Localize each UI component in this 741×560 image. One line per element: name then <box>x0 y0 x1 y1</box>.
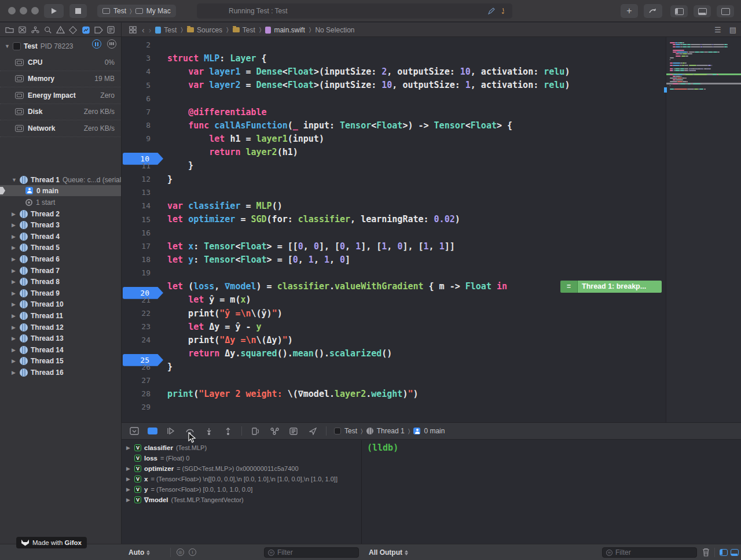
code-line-15[interactable]: 15let optimizer = SGD(for: classifier, l… <box>122 213 666 226</box>
back-button[interactable]: ‹ <box>142 25 145 35</box>
thread-row-thread-5[interactable]: ▶ Thread 5 <box>0 242 122 253</box>
disclosure-triangle-icon[interactable]: ▶ <box>12 234 17 240</box>
disclosure-triangle-icon[interactable]: ▶ <box>12 336 17 341</box>
stack-frame-1-start[interactable]: 1 start <box>0 197 122 208</box>
thread-row-thread-15[interactable]: ▶ Thread 15 <box>0 356 122 367</box>
step-into-button[interactable] <box>203 426 215 436</box>
gauge-row-energy-impact[interactable]: Energy Impact Zero <box>0 87 122 104</box>
environment-overrides-button[interactable] <box>288 426 299 436</box>
thread-row-thread-7[interactable]: ▶ Thread 7 <box>0 265 122 276</box>
line-number-gutter[interactable]: 9 <box>122 134 152 143</box>
thread-1-row[interactable]: ▼ Thread 1 Queue: c...d (serial) <box>0 174 122 185</box>
stack-frame-0-main[interactable]: 0 main <box>0 185 122 196</box>
code-line-9[interactable]: 9 let h1 = layer1(input) <box>122 132 666 145</box>
line-number-gutter[interactable]: 13 <box>122 188 152 197</box>
thread-row-thread-8[interactable]: ▶ Thread 8 <box>0 277 122 288</box>
crumb-frame[interactable]: 0 main <box>424 427 445 435</box>
disclosure-triangle-icon[interactable]: ▶ <box>126 466 131 471</box>
code-line-12[interactable]: 12} <box>122 172 666 186</box>
continue-button[interactable] <box>165 426 177 436</box>
disclosure-triangle-icon[interactable]: ▶ <box>126 487 131 492</box>
disclosure-triangle-icon[interactable]: ▶ <box>12 268 17 274</box>
thread-row-thread-13[interactable]: ▶ Thread 13 <box>0 333 122 344</box>
toggle-inspectors-button[interactable] <box>717 5 734 17</box>
breadcrumb-sources[interactable]: Sources <box>187 26 222 34</box>
forward-button[interactable]: › <box>149 25 152 35</box>
variables-scope-selector[interactable]: Auto <box>129 548 150 557</box>
toggle-variables-view-button[interactable] <box>720 549 728 556</box>
line-number-gutter[interactable]: 15 <box>122 215 152 224</box>
symbol-navigator-icon[interactable] <box>30 25 41 35</box>
line-number-gutter[interactable]: 17 <box>122 242 152 250</box>
line-number-gutter[interactable]: 14 <box>122 201 152 210</box>
toggle-console-view-button[interactable] <box>731 549 739 556</box>
code-line-3[interactable]: 3struct MLP: Layer { <box>122 51 666 65</box>
disclosure-triangle-icon[interactable]: ▶ <box>126 497 131 503</box>
run-button[interactable] <box>44 4 64 18</box>
pause-process-icon[interactable] <box>92 39 101 49</box>
disclosure-triangle-icon[interactable]: ▶ <box>12 313 17 319</box>
minimap[interactable] <box>666 37 741 422</box>
thread-row-thread-9[interactable]: ▶ Thread 9 <box>0 288 122 299</box>
process-row[interactable]: ▼ Test PID 78223 <box>0 40 122 52</box>
hide-debug-area-button[interactable] <box>129 426 140 436</box>
line-number-gutter[interactable]: 11 <box>122 161 152 170</box>
code-line-29[interactable]: 29 <box>122 400 666 414</box>
variable-row-4[interactable]: ▶ V x = (Tensor<Float>) \n[[0.0, 0.0],\n… <box>122 474 362 484</box>
disclosure-triangle-icon[interactable]: ▶ <box>12 358 17 364</box>
breakpoint-navigator-icon[interactable] <box>93 25 104 35</box>
code-line-21[interactable]: 21 let ŷ = m(x) <box>122 293 666 307</box>
code-line-22[interactable]: 22 print("ŷ =\n\(ŷ)") <box>122 307 666 320</box>
line-number-gutter[interactable]: 27 <box>122 376 152 385</box>
line-number-gutter[interactable]: 22 <box>122 309 152 318</box>
code-line-24[interactable]: 24 print("Δy =\n\(Δy)") <box>122 333 666 347</box>
thread-row-thread-16[interactable]: ▶ Thread 16 <box>0 367 122 378</box>
line-number-gutter[interactable]: 23 <box>122 322 152 331</box>
code-line-10[interactable]: 10 return layer2(h1) <box>122 146 666 159</box>
disclosure-triangle-icon[interactable]: ▶ <box>12 245 17 250</box>
variable-row-1[interactable]: ▶ V classifier (Test.MLP) <box>122 443 362 453</box>
variables-filter-input[interactable]: Filter <box>264 547 359 558</box>
code-line-16[interactable]: 16 <box>122 226 666 240</box>
disclosure-triangle-icon[interactable]: ▶ <box>12 347 17 353</box>
line-number-gutter[interactable]: 21 <box>122 296 152 304</box>
zoom-window-button[interactable] <box>31 7 39 14</box>
code-line-27[interactable]: 27 <box>122 374 666 387</box>
line-number-gutter[interactable]: 6 <box>122 94 152 103</box>
editor-options-icon[interactable]: ▤ <box>729 25 736 34</box>
line-number-gutter[interactable]: 28 <box>122 389 152 398</box>
toggle-debug-area-button[interactable] <box>694 5 711 17</box>
report-navigator-icon[interactable] <box>106 25 116 35</box>
library-add-button[interactable]: + <box>621 4 638 18</box>
thread-row-thread-11[interactable]: ▶ Thread 11 <box>0 310 122 321</box>
info-icon[interactable]: i <box>189 548 196 556</box>
code-line-19[interactable]: 19 <box>122 266 666 279</box>
quicklook-eye-icon[interactable]: ◎ <box>177 548 184 556</box>
debug-memory-graph-button[interactable] <box>269 426 280 436</box>
project-navigator-icon[interactable] <box>5 25 15 35</box>
thread-row-thread-6[interactable]: ▶ Thread 6 <box>0 253 122 264</box>
code-line-23[interactable]: 23 let Δy = ŷ - y <box>122 320 666 333</box>
line-number-gutter[interactable]: 8 <box>122 121 152 130</box>
disclosure-triangle-icon[interactable]: ▼ <box>12 177 17 183</box>
step-out-button[interactable] <box>222 426 234 436</box>
code-line-7[interactable]: 7 @differentiable <box>122 105 666 119</box>
code-line-11[interactable]: 11 } <box>122 159 666 172</box>
code-line-8[interactable]: 8 func callAsFunction(_ input: Tensor<Fl… <box>122 119 666 132</box>
gauge-row-network[interactable]: Network Zero KB/s <box>0 120 122 137</box>
breakpoint-annotation[interactable]: =Thread 1: breakp... <box>560 281 662 293</box>
code-line-14[interactable]: 14var classifier = MLP() <box>122 199 666 212</box>
disclosure-triangle-icon[interactable]: ▶ <box>12 325 17 330</box>
disclosure-triangle-icon[interactable]: ▶ <box>12 222 17 228</box>
thread-row-thread-4[interactable]: ▶ Thread 4 <box>0 231 122 242</box>
variable-row-3[interactable]: ▶ V optimizer = (SGD<Test.MLP>) 0x000000… <box>122 463 362 474</box>
breadcrumb-file[interactable]: main.swift <box>265 26 305 34</box>
console-filter-input[interactable]: Filter <box>602 547 697 558</box>
source-control-navigator-icon[interactable] <box>17 25 28 35</box>
crumb-process[interactable]: Test <box>344 427 357 435</box>
disclosure-triangle-icon[interactable]: ▶ <box>12 211 17 217</box>
gauge-row-cpu[interactable]: CPU 0% <box>0 54 122 71</box>
stop-button[interactable] <box>69 4 87 18</box>
line-number-gutter[interactable]: 7 <box>122 108 152 116</box>
thread-row-thread-12[interactable]: ▶ Thread 12 <box>0 322 122 333</box>
